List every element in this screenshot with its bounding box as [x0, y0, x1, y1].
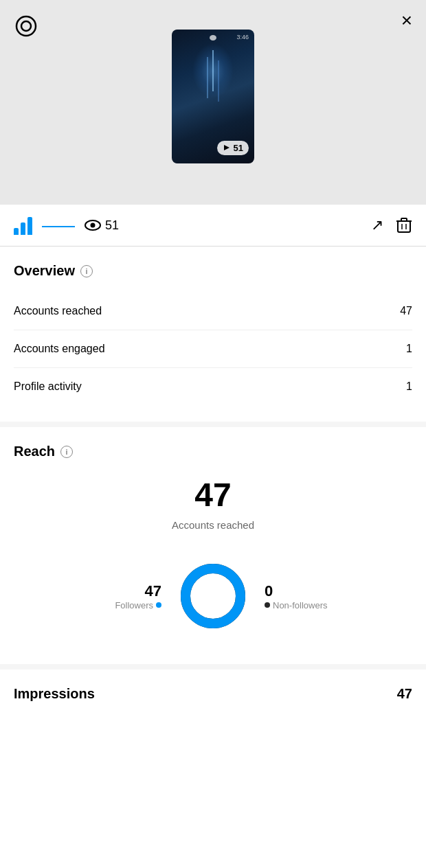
followers-label: Followers: [27, 600, 161, 610]
followers-value: 47: [27, 582, 161, 600]
camera-indicator: [210, 35, 216, 41]
impressions-header: Impressions 47: [14, 686, 412, 702]
accounts-reached-value: 47: [400, 305, 412, 317]
bar-chart-icon[interactable]: [14, 216, 32, 235]
section-divider-1: [0, 422, 426, 427]
circle-icon[interactable]: [14, 14, 38, 38]
followers-dot: [156, 602, 161, 608]
impressions-value: 47: [397, 686, 412, 702]
stats-bar: 51 ↗: [0, 205, 426, 247]
impressions-title: Impressions: [14, 686, 95, 702]
play-icon: [223, 144, 231, 152]
svg-point-10: [186, 569, 240, 624]
donut-left: 47 Followers: [27, 582, 175, 610]
reach-section: Reach i 47 Accounts reached 47 Followers…: [0, 427, 426, 664]
svg-point-1: [21, 21, 31, 31]
svg-rect-6: [401, 218, 407, 221]
overview-title-text: Overview: [14, 263, 75, 279]
reach-title: Reach i: [14, 444, 412, 459]
accounts-engaged-label: Accounts engaged: [14, 343, 105, 355]
overview-info-button[interactable]: i: [80, 265, 93, 277]
nonfollowers-label: Non-followers: [265, 600, 399, 610]
trend-button[interactable]: ↗: [371, 216, 383, 234]
stats-left: 51: [14, 216, 119, 235]
profile-activity-row[interactable]: Profile activity 1: [14, 368, 412, 405]
reach-info-button[interactable]: i: [60, 446, 73, 458]
overview-section: Overview i Accounts reached 47 Accounts …: [0, 247, 426, 405]
bar3: [27, 217, 32, 235]
reach-title-text: Reach: [14, 444, 55, 459]
accounts-engaged-value: 1: [406, 343, 412, 355]
bar2: [21, 222, 25, 235]
close-button[interactable]: ×: [401, 11, 412, 30]
profile-activity-value: 1: [406, 380, 412, 393]
nonfollowers-value: 0: [265, 582, 399, 600]
notch: [0, 192, 426, 205]
svg-rect-4: [398, 221, 410, 232]
thumbnail-views-badge: 51: [217, 141, 249, 155]
donut-svg: [175, 558, 251, 634]
donut-right: 0 Non-followers: [251, 582, 399, 610]
thumbnail-status: 3:46: [236, 34, 249, 41]
post-thumbnail[interactable]: 3:46 51: [172, 30, 254, 163]
reach-subtitle: Accounts reached: [14, 519, 412, 531]
stats-right: ↗: [371, 216, 412, 234]
nonfollowers-dot: [265, 602, 270, 608]
views-number: 51: [105, 218, 119, 233]
overview-title: Overview i: [14, 263, 412, 279]
views-count: 51: [85, 218, 119, 233]
tab-underline: [42, 226, 75, 227]
accounts-reached-label: Accounts reached: [14, 305, 102, 317]
impressions-section: Impressions 47: [0, 664, 426, 716]
accounts-reached-row[interactable]: Accounts reached 47: [14, 293, 412, 330]
trash-button[interactable]: [396, 216, 412, 234]
bar1: [14, 228, 19, 235]
profile-activity-label: Profile activity: [14, 380, 82, 393]
reach-big-number: 47: [14, 476, 412, 514]
svg-point-3: [91, 223, 96, 228]
svg-point-0: [16, 16, 36, 36]
preview-area: × 3:46 51: [0, 0, 426, 192]
accounts-engaged-row[interactable]: Accounts engaged 1: [14, 330, 412, 368]
eye-icon: [85, 219, 101, 231]
donut-chart-container: 47 Followers 0 Non-followers: [27, 558, 399, 634]
